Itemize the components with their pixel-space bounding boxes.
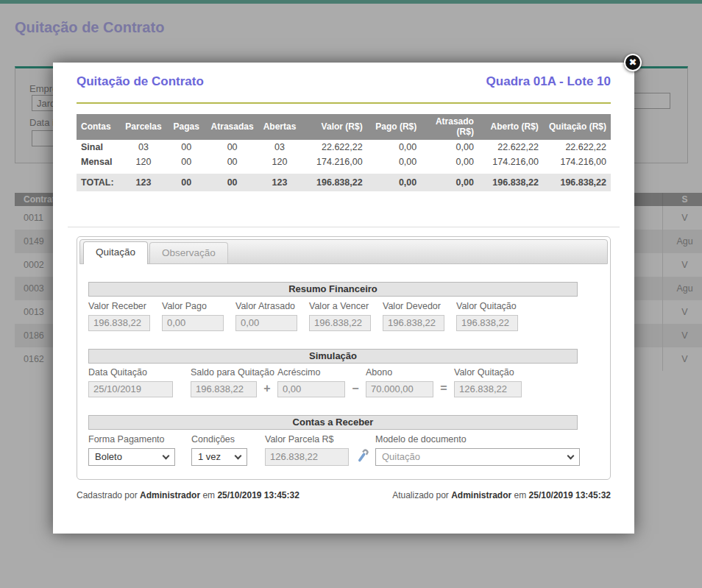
section-simulacao: Simulação (88, 349, 578, 364)
contas-receber-row: Forma Pagamento Boleto Condições 1 vez (88, 434, 608, 466)
tab-content-quitacao: Resumo Financeiro Valor Receber Valor Pa… (79, 264, 608, 466)
valor-atrasado-input (235, 315, 297, 331)
valor-quitacao-input (456, 315, 518, 331)
valor-pago-input (162, 315, 224, 331)
selected-value: Quitação (382, 451, 420, 462)
updated-info: Atualizado por Administrador em 25/10/20… (392, 490, 611, 500)
field-label: Abono (366, 367, 433, 378)
cell: 123 (120, 174, 166, 191)
cell: 00 (167, 155, 206, 169)
cell: 196.838,22 (301, 174, 367, 191)
cell: 03 (258, 140, 300, 155)
col-atrasado: Atrasado (R$) (421, 114, 478, 140)
valor-pago-field: Valor Pago (162, 301, 224, 331)
modelo-documento-select[interactable]: Quitação (375, 448, 580, 466)
cell: Sinal (77, 140, 120, 155)
cell: 0,00 (367, 174, 422, 191)
section-divider (68, 227, 620, 227)
accounts-summary-table: Contas Parcelas Pagas Atrasadas Abertas … (77, 114, 611, 191)
field-label: Valor Atrasado (235, 301, 297, 311)
condicoes-field: Condições 1 vez (191, 434, 247, 466)
tab-quitacao[interactable]: Quitação (83, 241, 148, 264)
updated-conj: em (514, 490, 527, 500)
accounts-row-sinal: Sinal 03 00 00 03 22.622,22 0,00 0,00 22… (77, 140, 611, 155)
updated-user: Administrador (451, 490, 511, 500)
field-label: Valor Quitação (454, 367, 522, 378)
modal-footer: Cadastrado por Administrador em 25/10/20… (77, 490, 611, 500)
cell: 196.838,22 (478, 174, 543, 191)
field-label: Forma Pagamento (88, 434, 175, 444)
cell: 22.622,22 (301, 140, 367, 155)
cell: 22.622,22 (543, 140, 611, 155)
wrench-icon[interactable] (355, 449, 369, 465)
tab-label: Observação (162, 247, 216, 258)
field-label: Valor Receber (88, 301, 150, 311)
simulacao-fields-row: Data Quitação Saldo para Quitação + Acré… (88, 367, 608, 397)
screen: Quitação de Contrato Empre Data i Contra… (0, 0, 702, 588)
created-conj: em (202, 490, 215, 500)
chevron-down-icon (235, 452, 242, 459)
tab-label: Quitação (96, 247, 135, 258)
section-resumo-financeiro: Resumo Financeiro (88, 282, 578, 297)
valor-receber-input (88, 315, 150, 331)
created-user: Administrador (140, 490, 200, 500)
field-label: Saldo para Quitação (191, 367, 257, 378)
valor-receber-field: Valor Receber (88, 301, 150, 331)
updated-prefix: Atualizado por (392, 490, 449, 500)
valor-quitacao-sim-input (454, 381, 522, 397)
modal-titlebar: Quitação de Contrato Quadra 01A - Lote 1… (77, 74, 611, 93)
close-icon: ✖ (629, 57, 637, 68)
col-pagas: Pagas (167, 114, 206, 140)
acrescimo-input (277, 381, 345, 397)
valor-devedor-input (383, 315, 444, 331)
plus-operator: + (263, 382, 272, 397)
title-divider (77, 102, 611, 104)
updated-datetime: 25/10/2019 13:45:32 (529, 490, 611, 500)
cell: 0,00 (421, 155, 478, 169)
accounts-header-row: Contas Parcelas Pagas Atrasadas Abertas … (77, 114, 611, 140)
data-quitacao-field: Data Quitação (88, 367, 173, 397)
tab-observacao[interactable]: Observação (149, 242, 228, 263)
resumo-fields-row: Valor Receber Valor Pago Valor Atrasado … (88, 301, 608, 331)
abono-input (366, 381, 433, 397)
forma-pagamento-select[interactable]: Boleto (88, 448, 175, 466)
cell: 120 (258, 155, 300, 169)
created-datetime: 25/10/2019 13:45:32 (217, 490, 299, 500)
cell: 120 (120, 155, 166, 169)
cell: 0,00 (367, 140, 422, 155)
chevron-down-icon (567, 452, 575, 459)
cell: 196.838,22 (543, 174, 611, 191)
field-label: Valor a Vencer (309, 301, 371, 311)
cell: 00 (206, 155, 259, 169)
cell: 123 (258, 174, 300, 191)
condicoes-select[interactable]: 1 vez (191, 448, 247, 466)
modelo-documento-field: Modelo de documento Quitação (375, 434, 580, 466)
minus-operator: − (351, 382, 360, 397)
close-button[interactable]: ✖ (624, 54, 642, 71)
cell: 00 (167, 140, 206, 155)
col-quitacao: Quitação (R$) (543, 114, 611, 140)
accounts-row-total: TOTAL: 123 00 00 123 196.838,22 0,00 0,0… (77, 174, 611, 191)
saldo-quitacao-input (191, 381, 257, 397)
field-label: Data Quitação (88, 367, 173, 378)
cell: 0,00 (421, 140, 478, 155)
field-label: Valor Quitação (456, 301, 518, 311)
cell: 174.216,00 (478, 155, 543, 169)
section-contas-receber: Contas a Receber (88, 415, 578, 430)
cell: 174.216,00 (543, 155, 611, 169)
tabs-header: Quitação Observação (79, 239, 608, 264)
cell: TOTAL: (77, 174, 120, 191)
valor-quitacao-sim-field: Valor Quitação (454, 367, 522, 397)
data-quitacao-input (88, 381, 173, 397)
acrescimo-field: Acréscimo (277, 367, 345, 397)
modal-subtitle: Quadra 01A - Lote 10 (486, 74, 611, 89)
created-prefix: Cadastrado por (77, 490, 138, 500)
field-label: Valor Devedor (383, 301, 444, 311)
cell: 00 (206, 140, 259, 155)
valor-devedor-field: Valor Devedor (383, 301, 444, 331)
field-label: Condições (191, 434, 247, 444)
cell: 174.216,00 (301, 155, 367, 169)
cell: 22.622,22 (478, 140, 543, 155)
col-pago: Pago (R$) (367, 114, 422, 140)
accounts-row-mensal: Mensal 120 00 00 120 174.216,00 0,00 0,0… (77, 155, 611, 169)
